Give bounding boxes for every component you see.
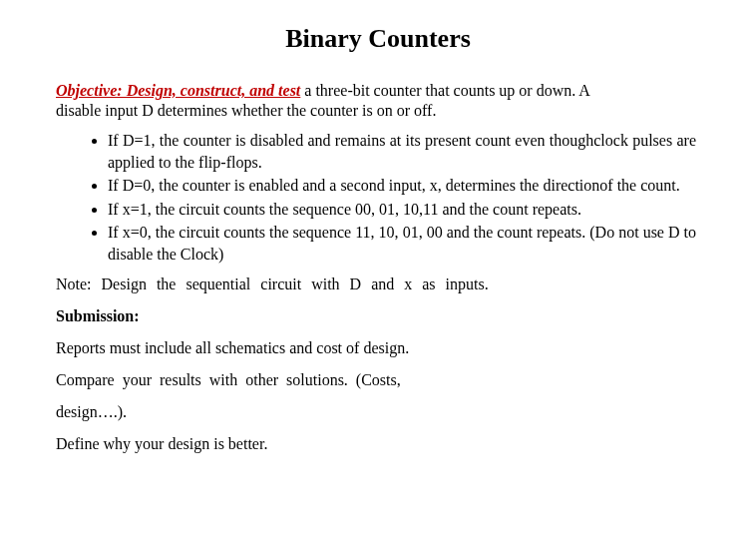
submission-line2: Compare your results with other solution… [56, 371, 700, 389]
submission-line3: design….). [56, 403, 700, 421]
submission-line4: Define why your design is better. [56, 435, 700, 453]
objective-paragraph: Objective: Design, construct, and test a… [56, 82, 700, 100]
page-title: Binary Counters [56, 24, 700, 54]
list-item: If x=0, the circuit counts the sequence … [108, 222, 700, 265]
objective-tail: a three-bit counter that counts up or do… [300, 82, 590, 99]
document-page: Binary Counters Objective: Design, const… [0, 0, 756, 487]
objective-line2: disable input D determines whether the c… [56, 102, 700, 120]
objective-lead: Objective: Design, construct, and test [56, 82, 300, 99]
bullet-list: If D=1, the counter is disabled and rema… [56, 130, 700, 266]
submission-heading: Submission: [56, 307, 700, 325]
list-item: If x=1, the circuit counts the sequence … [108, 199, 700, 221]
submission-line1: Reports must include all schematics and … [56, 339, 700, 357]
list-item: If D=0, the counter is enabled and a sec… [108, 175, 700, 197]
note-paragraph: Note: Design the sequential circuit with… [56, 275, 700, 293]
list-item: If D=1, the counter is disabled and rema… [108, 130, 700, 173]
